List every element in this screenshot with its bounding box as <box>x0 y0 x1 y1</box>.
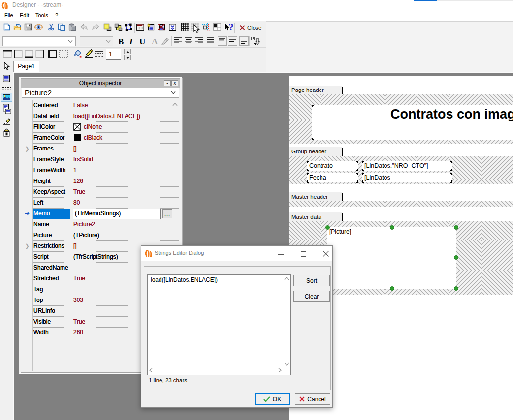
svg-text:?: ? <box>229 23 234 32</box>
